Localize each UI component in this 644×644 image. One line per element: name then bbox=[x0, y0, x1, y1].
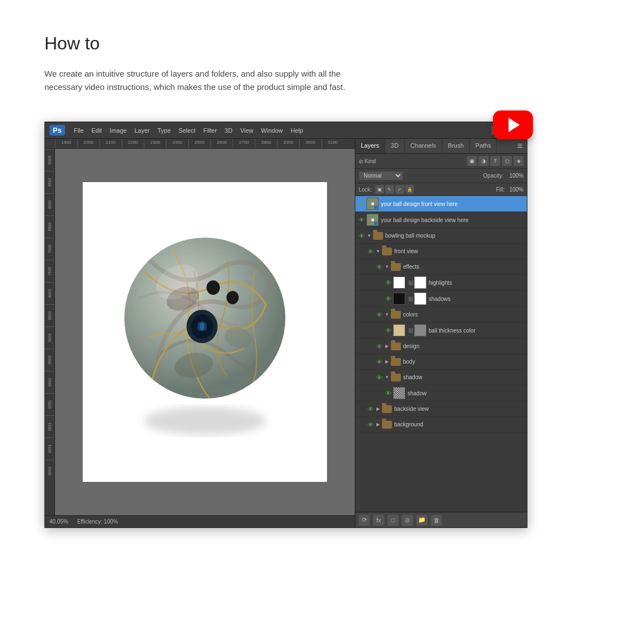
link-layers-button[interactable]: ⟳ bbox=[359, 515, 370, 526]
tab-layers[interactable]: Layers bbox=[355, 139, 385, 153]
layer-item-body-folder[interactable]: 👁 ▶ body bbox=[355, 354, 527, 370]
menu-window[interactable]: Window bbox=[258, 126, 286, 135]
layer-item-backside-folder[interactable]: 👁 ▶ backside view bbox=[355, 401, 527, 417]
layer-name: background bbox=[394, 421, 525, 427]
layer-eye-toggle[interactable]: 👁 bbox=[366, 405, 374, 413]
layer-eye-toggle[interactable]: 👁 bbox=[366, 421, 374, 429]
folder-arrow[interactable]: ▼ bbox=[366, 233, 372, 239]
folder-arrow[interactable]: ▶ bbox=[384, 344, 390, 349]
layer-thumbnail bbox=[393, 293, 405, 305]
layer-item-highlights[interactable]: 👁 ⛓ highlights bbox=[355, 275, 527, 291]
folder-arrow[interactable]: ▼ bbox=[375, 249, 381, 254]
layer-item-shadows[interactable]: 👁 ⛓ shadows bbox=[355, 291, 527, 307]
ruler-mark: 2100 bbox=[99, 139, 122, 149]
layer-item-effects-folder[interactable]: 👁 ▼ effects bbox=[355, 259, 527, 275]
efficiency-status: Efficiency: 100% bbox=[77, 519, 118, 525]
layer-mask-thumbnail bbox=[414, 293, 426, 305]
filter-adjust-icon[interactable]: ◑ bbox=[479, 156, 489, 166]
lock-artboard-icon[interactable]: 🔒 bbox=[405, 185, 414, 194]
layer-item-ball-thickness[interactable]: 👁 ⛓ ball thickness color bbox=[355, 323, 527, 339]
layer-thumbnail bbox=[393, 387, 405, 399]
folder-arrow[interactable]: ▼ bbox=[384, 264, 390, 270]
filter-type-icon[interactable]: T bbox=[490, 156, 500, 166]
youtube-play-icon bbox=[509, 118, 520, 132]
layer-eye-toggle[interactable]: 👁 bbox=[358, 216, 365, 224]
lock-paint-icon[interactable]: ✎ bbox=[385, 185, 394, 194]
layer-item-shadow-folder[interactable]: 👁 ▼ shadow bbox=[355, 370, 527, 385]
layer-item-design-backside[interactable]: 👁 ▣ your ball design backside view here bbox=[355, 212, 527, 228]
menu-help[interactable]: Help bbox=[287, 126, 306, 135]
ruler-left-mark: 9500 bbox=[45, 349, 55, 371]
chain-icon: ⛓ bbox=[408, 280, 414, 286]
menu-view[interactable]: View bbox=[237, 126, 257, 135]
ruler-mark: 2300 bbox=[144, 139, 166, 149]
lock-transparent-icon[interactable]: ▣ bbox=[375, 185, 384, 194]
layer-eye-toggle[interactable]: 👁 bbox=[375, 311, 383, 319]
layer-item-design-front[interactable]: 👁 ▣ your ball design front view here bbox=[355, 196, 527, 212]
layer-eye-toggle[interactable]: 👁 bbox=[375, 263, 383, 271]
layer-eye-toggle[interactable]: 👁 bbox=[358, 232, 365, 240]
lock-position-icon[interactable]: ⤢ bbox=[395, 185, 404, 194]
menu-type[interactable]: Type bbox=[154, 126, 174, 135]
layer-item-colors-folder[interactable]: 👁 ▼ colors bbox=[355, 307, 527, 323]
ruler-left-mark: 0001 bbox=[45, 415, 55, 437]
menu-select[interactable]: Select bbox=[175, 126, 199, 135]
filter-pixel-icon[interactable]: ▣ bbox=[467, 156, 477, 166]
ruler-left-mark: 0051 bbox=[45, 437, 55, 460]
folder-icon bbox=[391, 263, 401, 271]
tab-brush[interactable]: Brush bbox=[442, 139, 470, 153]
layer-item-shadow-layer[interactable]: 👁 shadow bbox=[355, 385, 527, 401]
opacity-value: 100% bbox=[507, 173, 524, 179]
blend-mode-select[interactable]: Normal bbox=[359, 171, 403, 180]
filter-smart-icon[interactable]: ◈ bbox=[514, 156, 524, 166]
menu-file[interactable]: File bbox=[71, 126, 87, 135]
layer-item-bowling-ball-folder[interactable]: 👁 ▼ bowling ball mockup bbox=[355, 228, 527, 244]
tab-paths[interactable]: Paths bbox=[470, 139, 497, 153]
menu-layer[interactable]: Layer bbox=[131, 126, 153, 135]
menu-edit[interactable]: Edit bbox=[88, 126, 105, 135]
layer-name: your ball design front view here bbox=[381, 201, 525, 207]
tab-3d[interactable]: 3D bbox=[385, 139, 405, 153]
menu-3d[interactable]: 3D bbox=[222, 126, 236, 135]
layer-name: colors bbox=[403, 311, 525, 318]
panel-menu-button[interactable]: ≡ bbox=[513, 139, 527, 153]
layer-eye-toggle[interactable]: 👁 bbox=[384, 326, 392, 334]
tab-channels[interactable]: Channels bbox=[405, 139, 442, 153]
new-folder-button[interactable]: 📁 bbox=[416, 515, 427, 526]
folder-arrow[interactable]: ▶ bbox=[384, 359, 390, 365]
layer-eye-toggle[interactable]: 👁 bbox=[384, 295, 392, 303]
bowling-ball-svg bbox=[116, 215, 294, 449]
ruler-left-mark: 0002 bbox=[45, 460, 55, 482]
layer-eye-toggle[interactable]: 👁 bbox=[375, 343, 383, 350]
menu-filter[interactable]: Filter bbox=[200, 126, 220, 135]
ps-canvas[interactable] bbox=[55, 149, 355, 515]
lock-label: Lock: bbox=[359, 187, 372, 193]
layer-item-front-view-folder[interactable]: 👁 ▼ front view bbox=[355, 244, 527, 259]
youtube-button[interactable] bbox=[493, 110, 533, 139]
layer-eye-toggle[interactable]: 👁 bbox=[366, 248, 374, 255]
layer-eye-toggle[interactable]: 👁 bbox=[384, 389, 392, 397]
layer-eye-toggle[interactable]: 👁 bbox=[375, 358, 383, 366]
delete-layer-button[interactable]: 🗑 bbox=[431, 515, 442, 526]
layer-name: body bbox=[403, 359, 525, 365]
folder-icon bbox=[382, 405, 392, 413]
kind-label: ⊘ Kind bbox=[359, 158, 376, 164]
layer-eye-toggle[interactable]: 👁 bbox=[384, 279, 392, 286]
folder-arrow[interactable]: ▼ bbox=[384, 375, 390, 380]
layer-item-background-folder[interactable]: 👁 ▶ background bbox=[355, 417, 527, 432]
folder-arrow[interactable]: ▶ bbox=[375, 406, 381, 412]
new-adjustment-button[interactable]: ◎ bbox=[402, 515, 413, 526]
layer-item-design-folder[interactable]: 👁 ▶ design bbox=[355, 339, 527, 354]
ps-statusbar: 40.05% Efficiency: 100% bbox=[45, 515, 355, 527]
add-effect-button[interactable]: fx bbox=[373, 515, 384, 526]
layer-eye-toggle[interactable]: 👁 bbox=[375, 374, 383, 381]
menu-image[interactable]: Image bbox=[107, 126, 130, 135]
mockup-container: Ps File Edit Image Layer Type Select Fil… bbox=[44, 122, 527, 528]
layer-eye-toggle[interactable]: 👁 bbox=[358, 200, 365, 208]
filter-shape-icon[interactable]: ◻ bbox=[502, 156, 512, 166]
layers-list[interactable]: 👁 ▣ your ball design front view here 👁 ▣… bbox=[355, 196, 527, 512]
folder-arrow[interactable]: ▶ bbox=[375, 422, 381, 427]
add-mask-button[interactable]: □ bbox=[388, 515, 399, 526]
folder-arrow[interactable]: ▼ bbox=[384, 312, 390, 318]
ps-content: 1900 2000 2100 2200 2300 2400 2500 2600 … bbox=[45, 139, 527, 527]
